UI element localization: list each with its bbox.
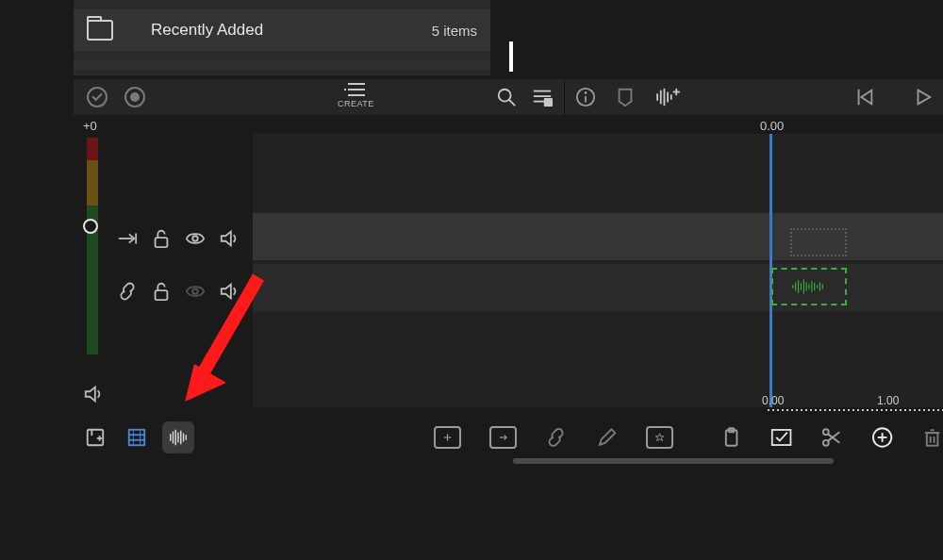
play-icon — [913, 87, 934, 107]
toolbar-divider — [564, 79, 565, 115]
speaker-icon[interactable] — [219, 228, 240, 249]
info-button[interactable] — [575, 87, 596, 107]
svg-marker-22 — [861, 91, 871, 105]
timeline: +0 0.00 0.00 1.00 — [74, 115, 943, 449]
svg-rect-67 — [772, 430, 791, 445]
create-label: CREATE — [338, 99, 374, 108]
viewer-playhead-mark — [509, 41, 513, 72]
record-icon[interactable] — [124, 87, 145, 107]
overwrite-box-icon — [496, 432, 510, 443]
favorite-button[interactable] — [646, 426, 673, 449]
pencil-icon — [596, 426, 618, 449]
svg-rect-26 — [156, 238, 168, 247]
playhead-time: 0.00 — [760, 119, 784, 133]
lock-open-icon[interactable] — [151, 228, 172, 249]
library-header[interactable]: Recently Added 5 items — [74, 9, 490, 51]
add-button[interactable] — [871, 426, 893, 449]
search-icon — [496, 87, 517, 107]
svg-rect-29 — [156, 290, 168, 300]
trash-icon — [921, 426, 943, 449]
svg-point-30 — [192, 288, 198, 294]
folder-icon — [87, 20, 113, 41]
skip-back-button[interactable] — [854, 87, 875, 107]
svg-marker-23 — [918, 91, 931, 105]
skip-back-icon — [854, 87, 875, 107]
eye-disabled-icon[interactable] — [185, 281, 206, 302]
insert-clip-button[interactable] — [434, 426, 461, 449]
waveform-icon — [168, 427, 189, 448]
svg-point-12 — [585, 91, 587, 94]
arrow-right-icon[interactable] — [117, 228, 138, 249]
svg-marker-32 — [86, 387, 95, 402]
svg-line-70 — [828, 434, 840, 443]
library-subbar — [74, 60, 490, 70]
audio-clip[interactable] — [771, 268, 847, 305]
svg-marker-31 — [222, 285, 231, 299]
eye-icon[interactable] — [185, 228, 206, 249]
gain-handle[interactable] — [83, 219, 98, 234]
overwrite-clip-button[interactable] — [489, 426, 517, 449]
ruler-mark-0: 0.00 — [762, 394, 784, 407]
lock-open-icon[interactable] — [151, 281, 172, 302]
link-icon — [545, 426, 567, 449]
video-track-controls — [117, 228, 240, 249]
waveform-view-button[interactable] — [162, 421, 194, 453]
filter-list-button[interactable] — [532, 87, 553, 107]
marker-button[interactable] — [615, 87, 636, 107]
filmstrip-icon — [126, 427, 147, 448]
top-toolbar: CREATE — [74, 79, 943, 115]
list-plus-icon — [344, 81, 367, 98]
svg-point-5 — [499, 90, 511, 102]
level-meter — [87, 138, 98, 354]
link-toggle-button[interactable] — [545, 426, 567, 449]
gain-label: +0 — [83, 119, 97, 133]
delete-button[interactable] — [921, 426, 943, 449]
clipboard-button[interactable] — [720, 426, 742, 449]
add-circle-icon — [871, 426, 893, 449]
approve-button[interactable] — [770, 426, 792, 449]
timeline-scrollbar[interactable] — [513, 458, 834, 464]
time-ruler[interactable] — [768, 409, 943, 411]
shield-icon — [615, 87, 636, 107]
search-button[interactable] — [496, 87, 517, 107]
import-button[interactable] — [79, 421, 111, 453]
svg-line-6 — [509, 100, 515, 106]
clipboard-icon — [720, 426, 742, 449]
svg-rect-75 — [927, 433, 938, 446]
bottom-toolbar — [255, 419, 943, 456]
star-box-icon — [653, 432, 667, 443]
info-icon — [575, 87, 596, 107]
audio-track-controls — [117, 281, 240, 302]
edit-button[interactable] — [596, 426, 618, 449]
scissors-icon — [820, 426, 842, 449]
waveform-icon — [791, 277, 827, 296]
play-button[interactable] — [913, 87, 934, 107]
select-all-icon[interactable] — [87, 87, 108, 107]
library-panel: Recently Added 5 items — [74, 0, 490, 75]
svg-rect-10 — [544, 98, 553, 107]
import-icon — [85, 427, 106, 448]
library-item-count: 5 items — [432, 23, 477, 39]
filter-list-icon — [532, 87, 553, 107]
svg-marker-64 — [655, 434, 663, 441]
waveform-plus-button[interactable] — [654, 87, 683, 107]
svg-marker-28 — [222, 232, 231, 246]
ruler-mark-1: 1.00 — [877, 394, 899, 407]
plus-box-icon — [440, 432, 455, 443]
speaker-icon[interactable] — [219, 281, 240, 302]
master-volume-icon[interactable] — [83, 384, 104, 404]
link-icon[interactable] — [117, 281, 138, 302]
check-box-icon — [770, 426, 792, 449]
create-button[interactable]: CREATE — [338, 81, 374, 108]
split-button[interactable] — [820, 426, 842, 449]
video-clip-placeholder[interactable] — [790, 228, 847, 256]
svg-line-71 — [828, 432, 840, 441]
library-title: Recently Added — [151, 21, 263, 40]
filmstrip-button[interactable] — [121, 421, 153, 453]
svg-rect-49 — [129, 430, 145, 446]
waveform-plus-icon — [654, 87, 683, 107]
svg-point-27 — [192, 236, 198, 241]
